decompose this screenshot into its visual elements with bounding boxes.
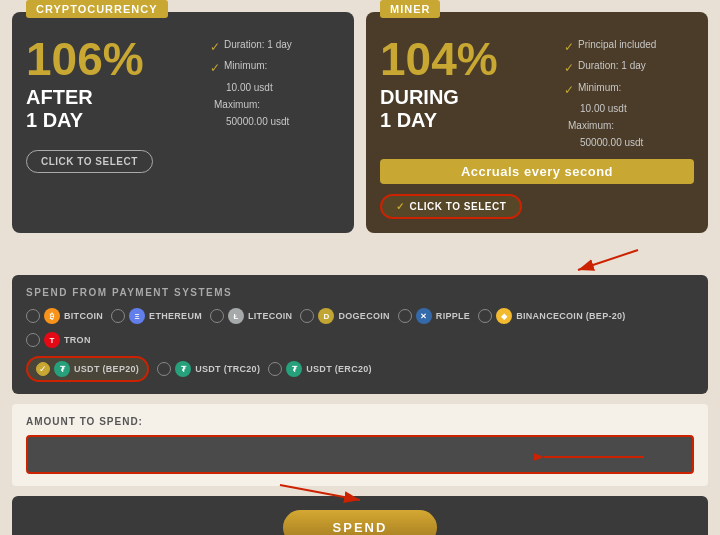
payment-option-eth[interactable]: Ξ ETHEREUM — [111, 308, 202, 324]
usdt-bep20-icon: ₮ — [54, 361, 70, 377]
ltc-label: LITECOIN — [248, 311, 292, 321]
miner-info-min-label: Minimum: — [578, 79, 621, 96]
ltc-icon: Ł — [228, 308, 244, 324]
crypto-info-max-val: 50000.00 usdt — [226, 113, 289, 130]
amount-input-wrapper — [26, 435, 694, 474]
radio-usdt-trc20 — [157, 362, 171, 376]
radio-bnb — [478, 309, 492, 323]
xrp-icon: ✕ — [416, 308, 432, 324]
trx-icon: T — [44, 332, 60, 348]
miner-percent: 104% — [380, 36, 498, 82]
miner-info-min-val: 10.00 usdt — [580, 100, 627, 117]
miner-check-3: ✓ — [564, 80, 574, 100]
payment-option-usdt-trc20[interactable]: ₮ USDT (TRC20) — [157, 361, 260, 377]
usdt-erc20-label: USDT (ERC20) — [306, 364, 372, 374]
miner-check-2: ✓ — [564, 58, 574, 78]
miner-info-duration: Duration: 1 day — [578, 57, 646, 74]
radio-usdt-bep20 — [36, 362, 50, 376]
miner-info-max-label: Maximum: — [568, 117, 614, 134]
miner-info-max-val: 50000.00 usdt — [580, 134, 643, 151]
miner-label: DURING 1 DAY — [380, 82, 504, 132]
payment-option-trx[interactable]: T TRON — [26, 332, 91, 348]
radio-eth — [111, 309, 125, 323]
trx-label: TRON — [64, 335, 91, 345]
radio-trx — [26, 333, 40, 347]
btc-label: BITCOIN — [64, 311, 103, 321]
usdt-bep20-label: USDT (BEP20) — [74, 364, 139, 374]
crypto-info-min-label: Minimum: — [224, 57, 267, 74]
payment-option-usdt-bep20[interactable]: ₮ USDT (BEP20) — [26, 356, 149, 382]
crypto-percent: 106% — [26, 36, 144, 82]
miner-select-button[interactable]: ✓ CLICK TO SELECT — [380, 194, 522, 219]
payment-option-xrp[interactable]: ✕ RIPPLE — [398, 308, 470, 324]
payment-option-doge[interactable]: D DOGECOIN — [300, 308, 389, 324]
doge-icon: D — [318, 308, 334, 324]
payment-option-bnb[interactable]: ◆ BINANCECOIN (BEP-20) — [478, 308, 626, 324]
eth-icon: Ξ — [129, 308, 145, 324]
miner-info-principal: Principal included — [578, 36, 656, 53]
svg-line-5 — [280, 485, 360, 500]
miner-check-icon: ✓ — [396, 201, 405, 212]
miner-check-1: ✓ — [564, 37, 574, 57]
bnb-label: BINANCECOIN (BEP-20) — [516, 311, 626, 321]
payment-option-usdt-erc20[interactable]: ₮ USDT (ERC20) — [268, 361, 372, 377]
usdt-trc20-icon: ₮ — [175, 361, 191, 377]
radio-doge — [300, 309, 314, 323]
cryptocurrency-badge: CRYPTOCURRENCY — [26, 0, 168, 18]
spend-arrow-annotation — [270, 475, 450, 505]
doge-label: DOGECOIN — [338, 311, 389, 321]
usdt-trc20-label: USDT (TRC20) — [195, 364, 260, 374]
radio-usdt-erc20 — [268, 362, 282, 376]
input-arrow-annotation — [534, 447, 654, 467]
btc-icon: ₿ — [44, 308, 60, 324]
miner-card: MINER 104% DURING 1 DAY ✓ Principal incl… — [366, 12, 708, 233]
payment-option-ltc[interactable]: Ł LITECOIN — [210, 308, 292, 324]
miner-badge: MINER — [380, 0, 440, 18]
radio-ltc — [210, 309, 224, 323]
payment-options-list: ₿ BITCOIN Ξ ETHEREUM Ł LITECOIN D DOGECO… — [26, 308, 694, 348]
bnb-icon: ◆ — [496, 308, 512, 324]
payment-section-label: SPEND FROM PAYMENT SYSTEMS — [26, 287, 694, 298]
amount-section: AMOUNT TO SPEND: — [12, 404, 708, 486]
crypto-label: AFTER 1 DAY — [26, 82, 150, 132]
miner-info: ✓ Principal included ✓ Duration: 1 day ✓… — [564, 36, 694, 151]
crypto-info: ✓ Duration: 1 day ✓ Minimum: 10.00 usdt … — [210, 36, 340, 130]
arrow-annotation — [478, 245, 678, 275]
miner-accent-bar: Accruals every second — [380, 159, 694, 184]
payment-section: SPEND FROM PAYMENT SYSTEMS ₿ BITCOIN Ξ E… — [12, 275, 708, 394]
check-icon-2: ✓ — [210, 58, 220, 78]
radio-xrp — [398, 309, 412, 323]
crypto-info-max-label: Maximum: — [214, 96, 260, 113]
crypto-info-min-val: 10.00 usdt — [226, 79, 273, 96]
payment-option-btc[interactable]: ₿ BITCOIN — [26, 308, 103, 324]
spend-button[interactable]: SPEND — [283, 510, 438, 535]
usdt-erc20-icon: ₮ — [286, 361, 302, 377]
svg-line-1 — [578, 250, 638, 270]
spend-section: SPEND — [12, 496, 708, 535]
amount-label: AMOUNT TO SPEND: — [26, 416, 694, 427]
radio-btc — [26, 309, 40, 323]
check-icon-1: ✓ — [210, 37, 220, 57]
miner-select-label: CLICK TO SELECT — [410, 201, 507, 212]
payment-options-row2: ₮ USDT (BEP20) ₮ USDT (TRC20) ₮ USDT (ER… — [26, 356, 694, 382]
eth-label: ETHEREUM — [149, 311, 202, 321]
crypto-select-button[interactable]: CLICK TO SELECT — [26, 150, 153, 173]
crypto-info-duration: Duration: 1 day — [224, 36, 292, 53]
cryptocurrency-card: CRYPTOCURRENCY 106% AFTER 1 DAY ✓ Durati… — [12, 12, 354, 233]
xrp-label: RIPPLE — [436, 311, 470, 321]
